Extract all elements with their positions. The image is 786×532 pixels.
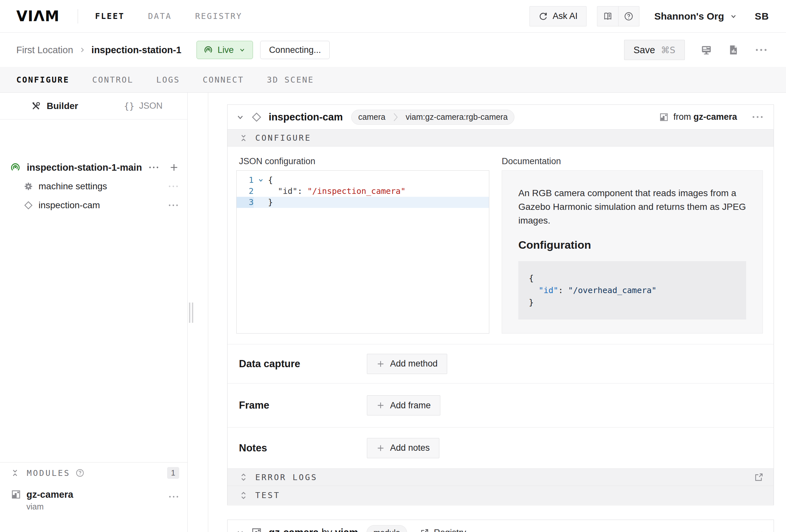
component-model: viam:gz-camera:rgb-camera [399,112,514,122]
configure-section-title: CONFIGURE [255,133,311,143]
status-label: Live [218,45,234,55]
nav-tab-registry[interactable]: REGISTRY [195,11,242,21]
viam-logo[interactable]: VIΛM [16,8,60,24]
sidebar-resize-handle[interactable] [189,303,193,323]
nav-tab-fleet[interactable]: FLEET [95,11,124,21]
registry-link[interactable]: Registry [420,528,466,532]
broadcast-icon [10,162,21,173]
module-icon [11,489,21,500]
section-title: Frame [239,399,367,411]
breadcrumb-machine: inspection-station-1 [91,45,182,55]
inspection-cam-more-menu[interactable] [168,203,179,208]
breadcrumb: First Location inspection-station-1 [16,45,182,55]
expand-icon [239,472,248,482]
tab-3d-scene[interactable]: 3D SCENE [267,75,314,85]
test-bar[interactable]: TEST [228,486,773,505]
plus-icon [376,401,385,410]
org-switcher[interactable]: Shannon's Org [654,11,738,22]
open-error-logs-button[interactable] [754,472,764,482]
component-type: camera [351,112,392,122]
nav-divider [78,9,78,23]
json-config-editor[interactable]: 1 { 2 "id": "/inspection_camera" [236,170,489,333]
tab-configure[interactable]: CONFIGURE [16,75,69,85]
module-author: viam [26,502,73,511]
mode-builder-label: Builder [47,101,78,111]
ask-ai-button[interactable]: Ask AI [529,6,586,26]
doc-attributes-heading: Attributes [518,332,746,333]
add-frame-button[interactable]: Add frame [367,395,440,415]
avatar[interactable]: SB [755,11,769,22]
diamond-icon [251,112,262,123]
page-body: Builder {} JSON inspection-station-1-mai… [0,93,786,532]
breadcrumb-location[interactable]: First Location [16,45,73,55]
modules-header[interactable]: MODULES 1 [0,462,188,483]
connection-status-button[interactable]: Connecting... [260,41,330,59]
section-title: Data capture [239,358,367,370]
tools-icon [31,101,41,111]
add-notes-button[interactable]: Add notes [367,438,439,458]
error-logs-bar[interactable]: ERROR LOGS [228,468,773,486]
module-card-header: gz-camera by viam module Registry [228,520,773,532]
configure-section-bar[interactable]: CONFIGURE [228,129,773,146]
component-card-inspection-cam: inspection-cam camera viam:gz-camera:rgb… [227,105,774,505]
chevron-down-icon [257,177,264,184]
tree-item-label: machine settings [39,181,107,191]
tab-logs[interactable]: LOGS [156,75,180,85]
collapse-card-button[interactable] [235,528,245,532]
json-configuration-label: JSON configuration [239,156,315,166]
add-method-button[interactable]: Add method [367,354,447,374]
component-card-header: inspection-cam camera viam:gz-camera:rgb… [228,105,773,129]
tree-root-machine-part[interactable]: inspection-station-1-main [0,158,187,177]
mode-builder-button[interactable]: Builder [31,101,78,111]
save-button[interactable]: Save ⌘S [624,40,685,60]
component-more-menu[interactable] [752,115,764,119]
doc-description: An RGB camera component that reads image… [518,186,746,228]
sidebar-gutter [188,93,208,532]
machine-more-menu[interactable] [755,47,768,52]
mode-json-label: JSON [139,101,163,111]
help-circle-icon [624,11,633,21]
modules-title: MODULES [27,468,70,478]
machine-report-button[interactable] [728,44,739,55]
docs-button[interactable] [597,6,618,26]
topnav-right: Ask AI Shannon's Org [529,6,786,26]
from-module-label: from gz-camera [673,112,737,122]
tab-control[interactable]: CONTROL [92,75,133,85]
mode-json-button[interactable]: {} JSON [124,101,163,111]
editor-line-3: 3 } [237,197,489,208]
add-component-button[interactable] [169,163,179,172]
module-more-menu[interactable] [168,494,179,499]
configure-section-content: JSON configuration 1 { 2 [228,146,773,344]
top-nav-tabs: FLEET DATA REGISTRY [95,11,242,21]
collapse-card-button[interactable] [235,112,245,122]
json-key: "id" [278,186,297,196]
org-name: Shannon's Org [654,11,724,22]
component-name: inspection-cam [269,111,343,123]
editor-line-1: 1 { [237,175,489,186]
part-more-menu[interactable] [148,165,159,170]
frame-section: Frame Add frame [228,383,773,427]
tab-connect[interactable]: CONNECT [203,75,244,85]
module-card-more-menu[interactable] [752,530,764,532]
fold-toggle[interactable] [254,175,268,186]
help-button[interactable] [618,6,639,26]
json-value: "/inspection_camera" [307,186,406,196]
error-logs-title: ERROR LOGS [255,472,318,482]
tree-item-inspection-cam[interactable]: inspection-cam [0,196,187,215]
module-icon [659,112,669,122]
machine-status-badge[interactable]: Live [196,41,253,59]
config-sidebar: Builder {} JSON inspection-station-1-mai… [0,93,188,532]
save-shortcut: ⌘S [661,45,675,55]
nav-tab-data[interactable]: DATA [148,11,172,21]
control-monitor-button[interactable] [700,44,712,56]
module-card-title: gz-camera by viam [269,527,358,532]
documentation-panel: An RGB camera component that reads image… [502,170,763,333]
expand-icon [239,491,248,500]
save-label: Save [633,45,655,55]
tree-item-machine-settings[interactable]: machine settings [0,177,187,196]
more-dots-icon [752,115,764,119]
machine-part-name: inspection-station-1-main [27,162,142,173]
machinebar-actions: Save ⌘S [624,40,786,60]
module-list-item[interactable]: gz-camera viam [0,483,188,511]
machine-settings-more-menu[interactable] [168,184,179,189]
